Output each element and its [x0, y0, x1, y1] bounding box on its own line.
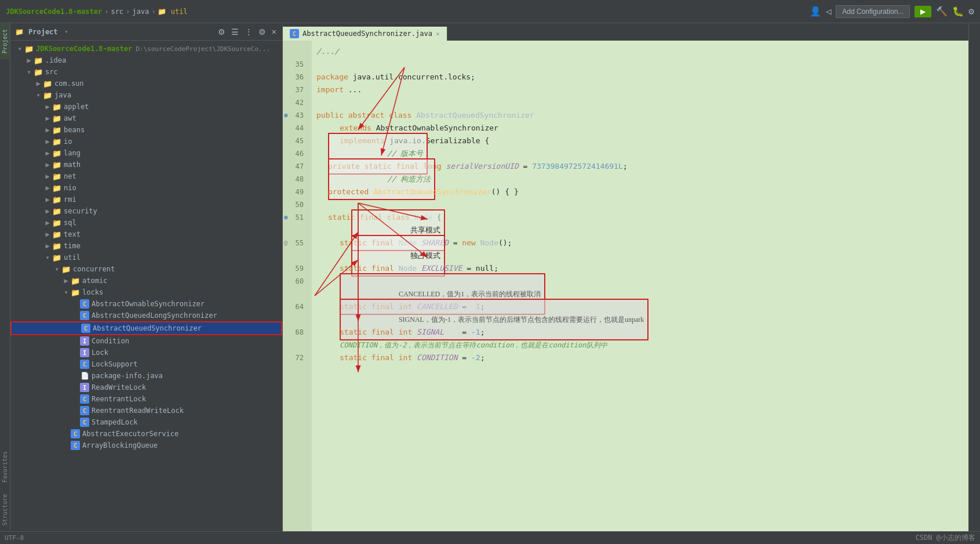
- collapse-icon[interactable]: ☰: [230, 26, 240, 38]
- rrwlock-label[interactable]: ReentrantReadWriteLock: [92, 407, 184, 415]
- tree-util[interactable]: ▾ 📁 util: [10, 252, 282, 263]
- aqls-label[interactable]: AbstractQueuedLongSynchronizer: [92, 311, 217, 320]
- tree-awt[interactable]: ▶ 📁 awt: [10, 113, 282, 124]
- concurrent-label[interactable]: concurrent: [73, 265, 115, 273]
- close-sidebar-icon[interactable]: ×: [271, 26, 278, 38]
- rmi-label[interactable]: rmi: [64, 195, 76, 204]
- debug-icon[interactable]: 🐛: [952, 6, 964, 17]
- idea-label[interactable]: .idea: [45, 56, 66, 64]
- line-numbers: 35 36 37 42 43 ● 44 45 46 47 48 49 50 51…: [283, 41, 312, 531]
- tree-time[interactable]: ▶ 📁 time: [10, 240, 282, 252]
- tree-abq[interactable]: C ArrayBlockingQueue: [10, 440, 282, 451]
- tree-locksupport[interactable]: C LockSupport: [10, 358, 282, 370]
- tree-java[interactable]: ▾ 📁 java: [10, 89, 282, 101]
- locksupport-label[interactable]: LockSupport: [92, 360, 137, 368]
- tree-math[interactable]: ▶ 📁 math: [10, 159, 282, 171]
- run-button[interactable]: ▶: [915, 6, 931, 17]
- add-config-button[interactable]: Add Configuration...: [836, 5, 910, 18]
- tree-aqs[interactable]: C AbstractQueuedSynchronizer: [10, 321, 282, 335]
- project-tab[interactable]: Project: [0, 23, 10, 59]
- tree-rwlock[interactable]: I ReadWriteLock: [10, 382, 282, 393]
- beans-icon: 📁: [52, 125, 61, 135]
- applet-label[interactable]: applet: [64, 103, 89, 111]
- pkg-info-label[interactable]: package-info.java: [92, 372, 163, 380]
- tree-locks[interactable]: ▾ 📁 locks: [10, 286, 282, 298]
- tree-io[interactable]: ▶ 📁 io: [10, 136, 282, 147]
- condition-label[interactable]: Condition: [92, 337, 129, 345]
- security-label[interactable]: security: [64, 207, 97, 215]
- ln-35: 35: [283, 58, 307, 71]
- structure-tab[interactable]: Structure: [0, 488, 10, 531]
- breadcrumb-java[interactable]: java: [132, 8, 149, 16]
- editor-tab-aqs[interactable]: C AbstractQueuedSynchronizer.java ×: [283, 27, 447, 41]
- tree-sql[interactable]: ▶ 📁 sql: [10, 217, 282, 229]
- aqs-label[interactable]: AbstractQueuedSynchronizer: [93, 324, 202, 332]
- sync-icon[interactable]: ⚙: [217, 26, 227, 38]
- tree-text[interactable]: ▶ 📁 text: [10, 229, 282, 240]
- tree-concurrent[interactable]: ▾ 📁 concurrent: [10, 263, 282, 275]
- src-label[interactable]: src: [45, 68, 58, 76]
- beans-label[interactable]: beans: [64, 126, 85, 134]
- tree-applet[interactable]: ▶ 📁 applet: [10, 101, 282, 113]
- settings-icon[interactable]: ⚙: [968, 6, 974, 17]
- tree-aos[interactable]: C AbstractOwnableSynchronizer: [10, 298, 282, 310]
- time-label[interactable]: time: [64, 242, 81, 250]
- user-icon[interactable]: 👤: [810, 6, 821, 17]
- breadcrumb-src[interactable]: src: [111, 8, 123, 16]
- lock-label[interactable]: Lock: [92, 349, 108, 357]
- sql-label[interactable]: sql: [64, 219, 76, 227]
- net-label[interactable]: net: [64, 172, 76, 180]
- tree-atomic[interactable]: ▶ 📁 atomic: [10, 275, 282, 286]
- abq-label[interactable]: ArrayBlockingQueue: [82, 441, 158, 449]
- java-label[interactable]: java: [54, 91, 71, 99]
- tree-security[interactable]: ▶ 📁 security: [10, 205, 282, 217]
- tree-stampedlock[interactable]: C StampedLock: [10, 416, 282, 428]
- awt-label[interactable]: awt: [64, 114, 76, 122]
- com-sun-label[interactable]: com.sun: [54, 79, 84, 88]
- tree-nio[interactable]: ▶ 📁 nio: [10, 182, 282, 194]
- math-label[interactable]: math: [64, 161, 81, 169]
- tree-reentrantlock[interactable]: C ReentrantLock: [10, 393, 282, 405]
- stampedlock-label[interactable]: StampedLock: [92, 418, 137, 426]
- text-label[interactable]: text: [64, 230, 81, 238]
- atomic-label[interactable]: atomic: [82, 277, 107, 285]
- rwlock-label[interactable]: ReadWriteLock: [92, 383, 146, 391]
- tab-close-icon[interactable]: ×: [436, 30, 440, 38]
- tree-src[interactable]: ▾ 📁 src: [10, 66, 282, 78]
- tree-net[interactable]: ▶ 📁 net: [10, 171, 282, 182]
- tree-rrwlock[interactable]: C ReentrantReadWriteLock: [10, 405, 282, 416]
- tree-lang[interactable]: ▶ 📁 lang: [10, 147, 282, 159]
- tree-pkg-info[interactable]: 📄 package-info.java: [10, 370, 282, 382]
- tree-rmi[interactable]: ▶ 📁 rmi: [10, 194, 282, 205]
- tree-com-sun[interactable]: ▶ 📁 com.sun: [10, 78, 282, 89]
- build-icon[interactable]: 🔨: [936, 6, 948, 17]
- nio-label[interactable]: nio: [64, 184, 76, 192]
- lang-arrow: ▶: [43, 149, 52, 157]
- tree-aes[interactable]: C AbstractExecutorService: [10, 428, 282, 440]
- settings-sidebar-icon[interactable]: ⚙: [257, 26, 267, 38]
- tree-aqls[interactable]: C AbstractQueuedLongSynchronizer: [10, 310, 282, 321]
- reentrantlock-icon: C: [80, 394, 89, 404]
- breadcrumb-util[interactable]: 📁 util: [158, 8, 187, 16]
- back-icon[interactable]: ◁: [826, 6, 832, 17]
- expand-icon[interactable]: ⋮: [243, 26, 254, 38]
- tree-root[interactable]: ▾ 📁 JDKSourceCode1.8-master D:\sourceCod…: [10, 43, 282, 55]
- tree-idea[interactable]: ▶ 📁 .idea: [10, 55, 282, 66]
- code-editor[interactable]: /.../ package java.util.concurrent.locks…: [312, 41, 968, 531]
- lang-label[interactable]: lang: [64, 149, 81, 157]
- io-label[interactable]: io: [64, 137, 72, 146]
- root-label[interactable]: JDKSourceCode1.8-master: [36, 45, 132, 53]
- aes-label[interactable]: AbstractExecutorService: [82, 430, 178, 438]
- locks-label[interactable]: locks: [82, 288, 103, 296]
- status-bar: UTF-8 CSDN @小志的博客: [0, 531, 980, 544]
- tree-lock[interactable]: I Lock: [10, 347, 282, 358]
- tree-beans[interactable]: ▶ 📁 beans: [10, 124, 282, 136]
- code-line-dots: /.../: [316, 45, 968, 58]
- tree-condition[interactable]: I Condition: [10, 335, 282, 347]
- breadcrumb-root[interactable]: JDKSourceCode1.8-master: [6, 8, 102, 16]
- io-arrow: ▶: [43, 137, 52, 146]
- reentrantlock-label[interactable]: ReentrantLock: [92, 395, 146, 403]
- aos-label[interactable]: AbstractOwnableSynchronizer: [92, 300, 205, 308]
- util-label[interactable]: util: [64, 253, 81, 262]
- favorites-tab[interactable]: Favorites: [0, 445, 10, 488]
